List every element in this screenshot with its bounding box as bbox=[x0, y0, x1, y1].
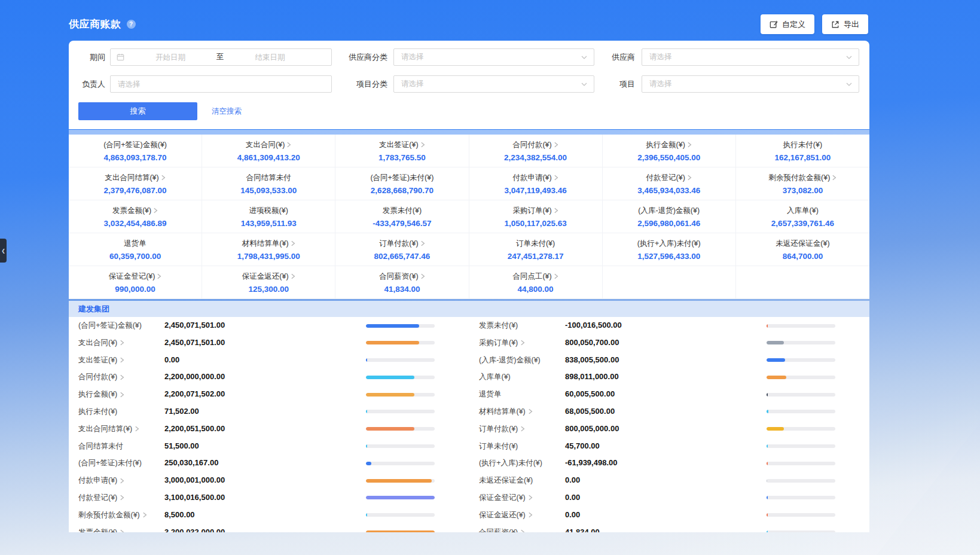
summary-cell[interactable]: 入库单(¥) 2,657,339,761.46 bbox=[736, 200, 869, 233]
supplier-category-select[interactable]: 请选择 bbox=[393, 48, 594, 66]
metric-label: 支出合同(¥) bbox=[78, 334, 117, 352]
summary-cell-label: 付款申请(¥) bbox=[512, 173, 551, 183]
chevron-right-icon[interactable] bbox=[520, 529, 525, 532]
end-date-input[interactable] bbox=[227, 53, 314, 62]
clear-search-link[interactable]: 清空搜索 bbox=[212, 102, 242, 120]
metric-value: 8,500.00 bbox=[164, 507, 195, 524]
summary-cell[interactable]: 支出签证(¥) 1,783,765.50 bbox=[335, 135, 469, 167]
chevron-right-icon[interactable] bbox=[157, 273, 161, 279]
chevron-right-icon[interactable] bbox=[832, 175, 836, 181]
summary-cell[interactable]: (入库-退货)金额(¥) 2,596,980,061.46 bbox=[603, 200, 736, 233]
export-button[interactable]: 导出 bbox=[822, 14, 868, 34]
summary-cell[interactable]: 发票未付(¥) -433,479,546.57 bbox=[335, 200, 469, 233]
start-date-input[interactable] bbox=[127, 53, 214, 62]
chevron-right-icon[interactable] bbox=[554, 142, 558, 148]
chevron-right-icon[interactable] bbox=[135, 426, 139, 432]
chevron-right-icon[interactable] bbox=[120, 357, 124, 363]
chevron-right-icon[interactable] bbox=[120, 340, 124, 346]
summary-cell[interactable]: 进项税额(¥) 143,959,511.93 bbox=[202, 200, 335, 233]
metric-bar-fill bbox=[767, 513, 768, 517]
summary-cell[interactable]: 采购订单(¥) 1,050,117,025.63 bbox=[469, 200, 603, 233]
chevron-right-icon[interactable] bbox=[554, 273, 558, 279]
metric-bar bbox=[366, 462, 435, 465]
chevron-right-icon[interactable] bbox=[687, 175, 692, 181]
summary-cell-value: 60,359,700.00 bbox=[109, 252, 161, 261]
metric-value: 2,450,071,501.00 bbox=[164, 334, 225, 352]
date-range-input[interactable]: 至 bbox=[110, 48, 332, 66]
summary-cell[interactable]: 剩余预付款金额(¥) 373,082.00 bbox=[736, 167, 869, 200]
summary-cell[interactable]: 合同结算未付 145,093,533.00 bbox=[202, 167, 335, 200]
metric-bar-fill bbox=[366, 513, 367, 517]
metric-bar bbox=[767, 376, 835, 379]
metric-bar bbox=[366, 410, 435, 413]
group-metrics: (合同+签证)金额(¥) 2,450,071,501.00 支出合同(¥) 2,… bbox=[69, 317, 869, 532]
metric-label: 采购订单(¥) bbox=[479, 334, 518, 352]
collapse-icon: ❮ bbox=[1, 248, 5, 254]
metric-bar-fill bbox=[767, 324, 768, 328]
chevron-right-icon[interactable] bbox=[291, 240, 295, 246]
chevron-right-icon[interactable] bbox=[420, 273, 425, 279]
summary-cell-label: 执行金额(¥) bbox=[646, 140, 685, 150]
chevron-right-icon[interactable] bbox=[120, 495, 124, 501]
project-category-select[interactable]: 请选择 bbox=[393, 75, 594, 93]
chevron-right-icon[interactable] bbox=[554, 175, 558, 181]
chevron-right-icon[interactable] bbox=[120, 529, 124, 532]
customize-button[interactable]: 自定义 bbox=[761, 14, 814, 34]
chevron-right-icon[interactable] bbox=[554, 208, 558, 214]
chevron-right-icon[interactable] bbox=[687, 142, 692, 148]
owner-input[interactable] bbox=[111, 76, 331, 92]
summary-cell[interactable]: 保证金登记(¥) 990,000.00 bbox=[69, 266, 202, 299]
chevron-right-icon[interactable] bbox=[291, 273, 295, 279]
chevron-right-icon[interactable] bbox=[528, 495, 533, 501]
metric-bar bbox=[366, 358, 435, 362]
summary-cell[interactable]: 保证金返还(¥) 125,300.00 bbox=[202, 266, 335, 299]
summary-cell[interactable]: 退货单 60,359,700.00 bbox=[69, 233, 202, 266]
summary-cell[interactable]: 订单未付(¥) 247,451,278.17 bbox=[469, 233, 603, 266]
summary-cell[interactable]: (合同+签证)金额(¥) 4,863,093,178.70 bbox=[69, 135, 202, 167]
summary-cell[interactable]: 执行金额(¥) 2,396,550,405.00 bbox=[603, 135, 736, 167]
summary-cell[interactable]: 执行未付(¥) 162,167,851.00 bbox=[736, 135, 869, 167]
chevron-right-icon[interactable] bbox=[520, 340, 525, 346]
help-icon[interactable]: ? bbox=[127, 20, 136, 29]
summary-cell[interactable]: 付款登记(¥) 3,465,934,033.46 bbox=[603, 167, 736, 200]
chevron-right-icon[interactable] bbox=[420, 142, 425, 148]
summary-cell[interactable]: 付款申请(¥) 3,047,119,493.46 bbox=[469, 167, 603, 200]
chevron-right-icon[interactable] bbox=[120, 478, 124, 484]
chevron-right-icon[interactable] bbox=[420, 240, 425, 246]
metric-label: (入库-退货)金额(¥) bbox=[479, 352, 541, 369]
summary-cell[interactable]: (合同+签证)未付(¥) 2,628,668,790.70 bbox=[335, 167, 469, 200]
summary-cell[interactable]: 订单付款(¥) 802,665,747.46 bbox=[335, 233, 469, 266]
summary-cell[interactable]: 合同付款(¥) 2,234,382,554.00 bbox=[469, 135, 603, 167]
project-select[interactable]: 请选择 bbox=[642, 75, 859, 93]
metric-value: 3,000,001,000.00 bbox=[164, 472, 225, 489]
chevron-right-icon[interactable] bbox=[520, 426, 525, 432]
group-header: 建发集团 bbox=[69, 301, 869, 317]
summary-cell[interactable]: 发票金额(¥) 3,032,454,486.89 bbox=[69, 200, 202, 233]
metric-bar bbox=[366, 496, 435, 499]
summary-cell[interactable]: 支出合同结算(¥) 2,379,476,087.00 bbox=[69, 167, 202, 200]
summary-cell[interactable]: 合同点工(¥) 44,800.00 bbox=[469, 266, 603, 299]
chevron-right-icon[interactable] bbox=[528, 512, 533, 518]
summary-cell[interactable]: (执行+入库)未付(¥) 1,527,596,433.00 bbox=[603, 233, 736, 266]
chevron-right-icon[interactable] bbox=[153, 208, 158, 214]
metric-bar-fill bbox=[767, 376, 786, 379]
side-panel-toggle[interactable]: ❮ bbox=[0, 239, 7, 263]
summary-cell[interactable]: 未返还保证金(¥) 864,700.00 bbox=[736, 233, 869, 266]
chevron-right-icon[interactable] bbox=[120, 392, 124, 398]
search-button[interactable]: 搜索 bbox=[78, 102, 197, 120]
metric-row: 入库单(¥) 898,011,000.00 bbox=[469, 368, 869, 386]
chevron-right-icon[interactable] bbox=[142, 512, 147, 518]
supplier-select[interactable]: 请选择 bbox=[642, 48, 859, 66]
summary-cell[interactable]: 合同薪资(¥) 41,834.00 bbox=[335, 266, 469, 299]
chevron-right-icon[interactable] bbox=[286, 142, 291, 148]
summary-cell[interactable]: 支出合同(¥) 4,861,309,413.20 bbox=[202, 135, 335, 167]
metric-bar bbox=[366, 341, 435, 344]
group-name[interactable]: 建发集团 bbox=[69, 301, 869, 317]
metric-row: 材料结算单(¥) 68,005,500.00 bbox=[469, 403, 869, 420]
metric-bar bbox=[366, 393, 435, 397]
summary-cell[interactable]: 材料结算单(¥) 1,798,431,995.00 bbox=[202, 233, 335, 266]
summary-cell-value: 3,032,454,486.89 bbox=[104, 219, 167, 228]
chevron-right-icon[interactable] bbox=[528, 408, 533, 414]
chevron-right-icon[interactable] bbox=[120, 374, 124, 380]
chevron-right-icon[interactable] bbox=[161, 175, 166, 181]
